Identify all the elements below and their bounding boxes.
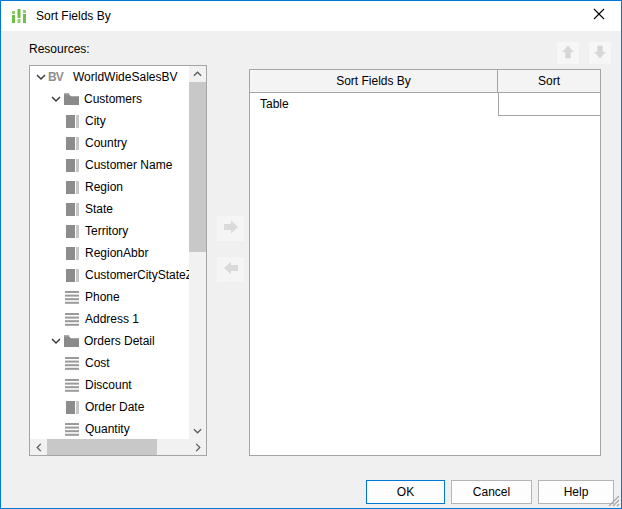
arrow-down-icon [591,43,609,64]
vertical-scroll-thumb[interactable] [189,82,206,252]
horizontal-scroll-thumb[interactable] [47,439,157,455]
tree-item-label: Country [85,136,127,150]
close-icon [593,8,605,23]
group-field-icon [64,159,80,172]
resources-panel: BVWorldWideSalesBVCustomersCityCountryCu… [29,65,207,456]
tree-item-label: Phone [85,290,120,304]
tree-item[interactable]: Cost [30,352,189,374]
sort-sliders-icon [10,7,28,25]
tree-item-label: Customers [84,92,142,106]
business-view-icon: BV [48,70,70,84]
tree-item-label: Customer Name [85,158,172,172]
tree-item-label: RegionAbbr [85,246,148,260]
tree-item[interactable]: City [30,110,189,132]
detail-field-icon [64,357,80,370]
table-row[interactable]: Table [250,93,600,116]
tree-item-label: Quantity [85,422,130,436]
tree-item-label: Region [85,180,123,194]
sort-order-cell[interactable] [498,93,600,116]
arrow-left-icon [221,258,241,281]
tree-item-label: Discount [85,378,132,392]
group-field-icon [64,225,80,238]
tree-item[interactable]: Quantity [30,418,189,439]
cancel-button[interactable]: Cancel [451,480,532,504]
tree-item[interactable]: Orders Detail [30,330,189,352]
group-field-icon [64,269,80,282]
tree-horizontal-scrollbar[interactable] [30,439,206,455]
resources-label: Resources: [29,42,90,56]
sort-field-cell[interactable]: Table [250,93,498,116]
chevron-down-icon[interactable] [49,92,63,106]
sort-fields-table: Sort Fields By Sort Table [249,69,601,456]
tree-item-label: State [85,202,113,216]
scroll-down-icon[interactable] [189,423,206,439]
group-field-icon [64,181,80,194]
scroll-up-icon[interactable] [189,66,206,82]
tree-item[interactable]: Phone [30,286,189,308]
scroll-right-icon[interactable] [189,439,206,455]
arrow-right-icon [221,217,241,240]
chevron-down-icon[interactable] [49,334,63,348]
folder-icon [63,335,79,347]
tree-item-label: CustomerCityStateZ [85,268,189,282]
tree-item[interactable]: BVWorldWideSalesBV [30,66,189,88]
tree-item[interactable]: CustomerCityStateZ [30,264,189,286]
table-header-row: Sort Fields By Sort [250,70,600,93]
detail-field-icon [64,313,80,326]
tree-item[interactable]: RegionAbbr [30,242,189,264]
tree-item-label: WorldWideSalesBV [73,70,177,84]
detail-field-icon [64,379,80,392]
help-button[interactable]: Help [538,480,614,504]
move-up-button[interactable] [557,42,579,64]
detail-field-icon [64,423,80,436]
tree-item[interactable]: Customers [30,88,189,110]
title-bar: Sort Fields By [1,1,621,31]
tree-item[interactable]: Address 1 [30,308,189,330]
dialog-title: Sort Fields By [36,9,111,23]
move-down-button[interactable] [589,42,611,64]
folder-icon [63,93,79,105]
column-header-sort: Sort [498,70,600,92]
group-field-icon [64,401,80,414]
tree-item[interactable]: Discount [30,374,189,396]
group-field-icon [64,115,80,128]
resource-tree: BVWorldWideSalesBVCustomersCityCountryCu… [30,66,189,439]
tree-vertical-scrollbar[interactable] [189,66,206,439]
remove-field-button[interactable] [217,257,244,282]
tree-item-label: Territory [85,224,128,238]
tree-item[interactable]: State [30,198,189,220]
ok-button[interactable]: OK [366,480,445,504]
group-field-icon [64,203,80,216]
tree-item[interactable]: Territory [30,220,189,242]
sort-fields-by-dialog: Sort Fields By Resources: BVWorldWideSal… [0,0,622,509]
table-body: Table [250,93,600,116]
group-field-icon [64,137,80,150]
tree-item[interactable]: Order Date [30,396,189,418]
tree-item[interactable]: Region [30,176,189,198]
close-button[interactable] [577,1,621,30]
scroll-left-icon[interactable] [30,439,47,455]
tree-item-label: Cost [85,356,110,370]
tree-item-label: Orders Detail [84,334,155,348]
resize-grip[interactable] [606,493,620,507]
chevron-down-icon[interactable] [34,70,48,84]
tree-item-label: Address 1 [85,312,139,326]
tree-item[interactable]: Customer Name [30,154,189,176]
column-header-sort-fields-by: Sort Fields By [250,70,498,92]
tree-item[interactable]: Country [30,132,189,154]
arrow-up-icon [559,43,577,64]
tree-item-label: Order Date [85,400,144,414]
add-field-button[interactable] [217,216,244,241]
group-field-icon [64,247,80,260]
detail-field-icon [64,291,80,304]
tree-item-label: City [85,114,106,128]
